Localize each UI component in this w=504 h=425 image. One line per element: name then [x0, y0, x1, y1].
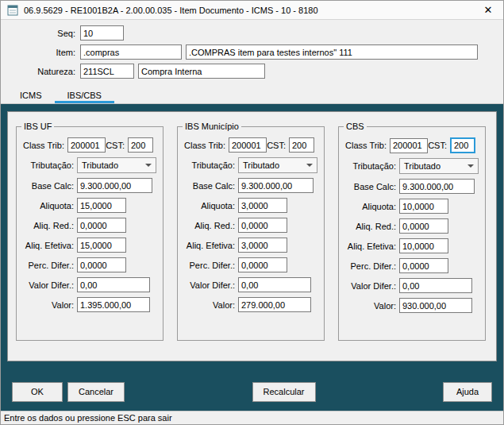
ibs-municipio-perc-difer-input[interactable]	[238, 257, 287, 272]
cbs-aliq-efetiva-input[interactable]	[399, 238, 448, 253]
content-area: IBS UF Class Trib: CST: Tributação: Trib…	[1, 104, 503, 411]
cbs-base-calc-input[interactable]	[399, 179, 475, 194]
window-title: 06.9.5629 - RE1001B2A - 2.00.00.035 - It…	[24, 6, 479, 15]
ibs-municipio-aliq-efetiva-input[interactable]	[238, 238, 287, 253]
valor-difer-label: Valor Difer.:	[344, 281, 399, 291]
header-form: Seq: Item: Natureza:	[1, 20, 503, 83]
perc-difer-label: Perc. Difer.:	[183, 261, 238, 270]
aliquota-label: Aliquota:	[21, 201, 77, 211]
status-bar: Entre os dados ou pressione ESC para sai…	[1, 411, 503, 424]
tributacao-value: Tributado	[82, 160, 118, 170]
status-message: Entre os dados ou pressione ESC para sai…	[4, 413, 172, 423]
tab-icms[interactable]: ICMS	[7, 87, 55, 103]
tributacao-value: Tributado	[404, 161, 441, 171]
ibs-uf-group: IBS UF Class Trib: CST: Tributação: Trib…	[16, 122, 164, 341]
valor-label: Valor:	[183, 300, 238, 310]
base-calc-label: Base Calc:	[21, 181, 77, 191]
ibs-uf-group-title: IBS UF	[21, 122, 54, 131]
ibs-municipio-base-calc-input[interactable]	[238, 178, 314, 193]
ibs-municipio-tributacao-select[interactable]: Tributado	[238, 157, 317, 173]
cbs-valor-difer-input[interactable]	[399, 278, 472, 293]
chevron-down-icon	[145, 164, 152, 167]
cbs-group: CBS Class Trib: CST: Tributação: Tributa…	[338, 122, 486, 341]
ibs-municipio-aliq-red-input[interactable]	[238, 218, 287, 233]
button-bar: OK Cancelar Recalcular Ajuda	[1, 381, 503, 411]
chevron-down-icon	[467, 164, 474, 168]
cbs-cst-input[interactable]	[450, 137, 475, 153]
cbs-tributacao-select[interactable]: Tributado	[399, 158, 479, 174]
ibs-uf-aliq-efetiva-input[interactable]	[77, 238, 126, 253]
tab-ibs-cbs[interactable]: IBS/CBS	[55, 87, 114, 103]
valor-difer-label: Valor Difer.:	[21, 280, 77, 290]
ibs-uf-tributacao-select[interactable]: Tributado	[77, 157, 156, 173]
tributacao-label: Tributação:	[21, 160, 77, 170]
natureza-label: Natureza:	[10, 67, 80, 76]
ibs-uf-valor-input[interactable]	[77, 297, 150, 312]
close-button[interactable]: ✕	[479, 2, 497, 19]
app-icon	[7, 5, 18, 16]
ok-button[interactable]: OK	[12, 382, 63, 402]
class-trib-label: Class Trib:	[344, 141, 390, 150]
cst-label: CST:	[428, 141, 450, 150]
ibs-municipio-group-title: IBS Município	[183, 122, 241, 131]
aliquota-label: Aliquota:	[344, 202, 399, 211]
chevron-down-icon	[306, 164, 313, 167]
cst-label: CST:	[267, 141, 289, 150]
cancel-button[interactable]: Cancelar	[67, 382, 125, 402]
tributacao-value: Tributado	[243, 160, 279, 170]
item-label: Item:	[10, 48, 80, 57]
cbs-class-trib-input[interactable]	[390, 138, 428, 153]
natureza-desc-input[interactable]	[138, 64, 265, 79]
seq-label: Seq:	[10, 29, 80, 38]
ibs-uf-perc-difer-input[interactable]	[77, 257, 126, 272]
cbs-group-title: CBS	[344, 122, 367, 131]
ibs-uf-aliq-red-input[interactable]	[77, 218, 126, 233]
base-calc-label: Base Calc:	[183, 181, 238, 191]
cbs-aliq-red-input[interactable]	[399, 218, 448, 234]
tax-panel: IBS UF Class Trib: CST: Tributação: Trib…	[7, 111, 497, 361]
valor-label: Valor:	[344, 301, 399, 311]
aliquota-label: Aliquota:	[183, 201, 238, 211]
ibs-municipio-class-trib-input[interactable]	[229, 137, 267, 153]
aliq-red-label: Aliq. Red.:	[183, 221, 238, 230]
item-desc-input[interactable]	[186, 44, 478, 60]
ibs-uf-aliquota-input[interactable]	[77, 198, 126, 213]
aliq-red-label: Aliq. Red.:	[344, 222, 399, 231]
ibs-uf-cst-input[interactable]	[128, 137, 153, 153]
help-button[interactable]: Ajuda	[443, 382, 492, 402]
cbs-aliquota-input[interactable]	[399, 199, 448, 214]
aliq-efetiva-label: Aliq. Efetiva:	[183, 241, 238, 250]
tab-bar: ICMS IBS/CBS	[1, 83, 503, 104]
cbs-valor-input[interactable]	[399, 298, 472, 313]
valor-label: Valor:	[21, 300, 77, 310]
perc-difer-label: Perc. Difer.:	[344, 261, 399, 271]
dialog-window: 06.9.5629 - RE1001B2A - 2.00.00.035 - It…	[0, 0, 504, 425]
natureza-code-input[interactable]	[80, 64, 134, 79]
aliq-efetiva-label: Aliq. Efetiva:	[344, 241, 399, 251]
cbs-perc-difer-input[interactable]	[399, 258, 448, 273]
aliq-red-label: Aliq. Red.:	[21, 221, 77, 230]
cst-label: CST:	[106, 141, 128, 150]
item-code-input[interactable]	[80, 44, 182, 60]
recalculate-button[interactable]: Recalcular	[252, 382, 316, 402]
ibs-municipio-valor-difer-input[interactable]	[238, 277, 311, 292]
ibs-municipio-valor-input[interactable]	[238, 297, 311, 312]
class-trib-label: Class Trib:	[183, 141, 229, 150]
ibs-municipio-aliquota-input[interactable]	[238, 198, 287, 213]
title-bar: 06.9.5629 - RE1001B2A - 2.00.00.035 - It…	[1, 1, 503, 20]
perc-difer-label: Perc. Difer.:	[21, 261, 77, 270]
ibs-municipio-group: IBS Município Class Trib: CST: Tributaçã…	[177, 122, 325, 341]
ibs-municipio-cst-input[interactable]	[289, 137, 314, 153]
ibs-uf-valor-difer-input[interactable]	[77, 277, 150, 292]
base-calc-label: Base Calc:	[344, 182, 399, 191]
ibs-uf-base-calc-input[interactable]	[77, 178, 152, 193]
tributacao-label: Tributação:	[183, 160, 238, 170]
tributacao-label: Tributação:	[344, 161, 399, 171]
class-trib-label: Class Trib:	[21, 141, 67, 150]
valor-difer-label: Valor Difer.:	[183, 280, 238, 290]
seq-input[interactable]	[80, 25, 124, 41]
aliq-efetiva-label: Aliq. Efetiva:	[21, 241, 77, 250]
ibs-uf-class-trib-input[interactable]	[67, 137, 106, 153]
